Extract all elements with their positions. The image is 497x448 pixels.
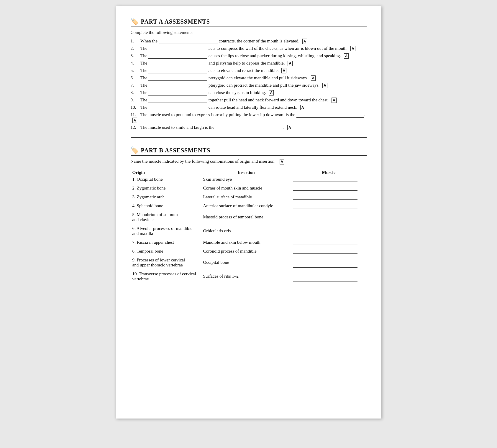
muscle-line-7 [293, 245, 358, 245]
blank-7 [148, 83, 207, 88]
answer-icon-11: A [132, 118, 137, 123]
blank-10 [148, 105, 207, 110]
stmt-num-8: 8. [131, 90, 140, 95]
origin-num-1: 1. [132, 177, 137, 182]
stmt-text-12: The muscle used to smile and laugh is th… [140, 125, 216, 130]
statement-7: 7. The pterygoid can protract the mandib… [131, 83, 367, 88]
blank-11 [296, 112, 364, 118]
muscle-line-10 [293, 281, 358, 281]
origin-3: 3. Zygomatic arch [131, 194, 201, 202]
origin-num-5: 5. [132, 212, 137, 217]
muscle-6 [291, 225, 367, 239]
stmt-prefix-2: The [140, 46, 149, 51]
table-row: 2. Zygomatic bone Corner of mouth skin a… [131, 185, 367, 194]
stmt-prefix-6: The [140, 75, 149, 80]
stmt-num-5: 5. [131, 68, 140, 73]
muscle-line-6 [293, 236, 358, 236]
stmt-num-7: 7. [131, 83, 140, 88]
origin-7: 7. Fascia in upper chest [131, 239, 201, 248]
stmt-suffix-3: causes the lips to close and pucker duri… [207, 53, 342, 58]
insertion-7: Mandible and skin below mouth [201, 239, 291, 248]
stmt-suffix-5: acts to elevate and retract the mandible… [207, 68, 280, 73]
part-b-intro: Name the muscle indicated by the followi… [131, 159, 367, 164]
blank-5 [148, 68, 207, 73]
origin-5: 5. Manubrium of sternumand clavicle [131, 211, 201, 225]
stmt-prefix-9: The [140, 98, 149, 103]
muscle-header: Muscle [291, 169, 367, 176]
muscle-line-2 [293, 190, 358, 191]
divider [131, 137, 367, 138]
stmt-suffix-7: pterygoid can protract the mandible and … [207, 83, 321, 88]
statement-3: 3. The causes the lips to close and puck… [131, 53, 367, 59]
page: 🏷️ PART A ASSESSMENTS Complete the follo… [116, 6, 381, 419]
statements-list: 1. When the contracts, the corner of the… [131, 39, 367, 130]
origin-2: 2. Zygomatic bone [131, 185, 201, 194]
part-a-header: 🏷️ PART A ASSESSMENTS [131, 18, 367, 27]
origin-10: 10. Transverse processes of cervicalvert… [131, 271, 201, 284]
statement-8: 8. The can close the eye, as in blinking… [131, 90, 367, 95]
statement-12: 12. The muscle used to smile and laugh i… [131, 125, 367, 130]
stmt-num-12: 12. [131, 125, 140, 130]
stmt-num-6: 6. [131, 75, 140, 80]
muscle-line-8 [293, 253, 358, 254]
table-row: 5. Manubrium of sternumand clavicle Mast… [131, 211, 367, 225]
statement-6: 6. The pterygoid can elevate the mandibl… [131, 75, 367, 81]
muscle-7 [291, 239, 367, 248]
muscle-2 [291, 185, 367, 194]
insertion-5: Mastoid process of temporal bone [201, 211, 291, 225]
answer-icon-5: A [281, 68, 286, 73]
stmt-prefix-5: The [140, 68, 149, 73]
muscle-4 [291, 202, 367, 211]
answer-icon-1: A [302, 39, 307, 44]
origin-4: 4. Sphenoid bone [131, 202, 201, 211]
part-a-title: PART A ASSESSMENTS [141, 18, 210, 25]
table-row: 8. Temporal bone Coronoid process of man… [131, 248, 367, 257]
statement-4: 4. The and platysma help to depress the … [131, 61, 367, 66]
insertion-8: Coronoid process of mandible [201, 248, 291, 257]
muscle-line-4 [293, 208, 358, 208]
muscle-line-5 [293, 222, 358, 222]
blank-6 [148, 75, 207, 81]
muscle-1 [291, 176, 367, 185]
stmt-suffix-8: can close the eye, as in blinking. [207, 90, 267, 95]
stmt-prefix-7: The [140, 83, 149, 88]
table-row: 3. Zygomatic arch Lateral surface of man… [131, 194, 367, 202]
blank-1 [159, 39, 218, 44]
part-b-section: 🏷️ PART B ASSESSMENTS Name the muscle in… [131, 146, 367, 284]
origin-num-6: 6. [132, 226, 137, 231]
stmt-period-11: . [364, 112, 367, 117]
muscle-8 [291, 248, 367, 257]
stmt-num-10: 10. [131, 105, 140, 110]
part-b-icon-a: A [280, 159, 285, 164]
insertion-header: Insertion [201, 169, 291, 176]
part-b-icon: 🏷️ [131, 146, 139, 154]
origin-header: Origin [131, 169, 201, 176]
stmt-num-9: 9. [131, 98, 140, 103]
origin-num-9: 9. [132, 258, 137, 262]
insertion-4: Anterior surface of mandibular condyle [201, 202, 291, 211]
stmt-suffix-1: contracts, the corner of the mouth is el… [218, 39, 301, 44]
blank-8 [148, 90, 207, 95]
stmt-num-3: 3. [131, 53, 140, 58]
insertion-2: Corner of mouth skin and muscle [201, 185, 291, 194]
statement-2: 2. The acts to compress the wall of the … [131, 46, 367, 51]
stmt-suffix-10: can rotate head and laterally flex and e… [207, 105, 298, 110]
origin-1: 1. Occipital bone [131, 176, 201, 185]
blank-12 [216, 125, 283, 130]
stmt-text-11: The muscle used to pout and to express h… [140, 112, 296, 117]
statement-9: 9. The together pull the head and neck f… [131, 98, 367, 103]
stmt-suffix-4: and platysma help to depress the mandibl… [207, 61, 286, 66]
origin-8: 8. Temporal bone [131, 248, 201, 257]
muscle-9 [291, 257, 367, 271]
statement-11: 11. The muscle used to pout and to expre… [131, 112, 367, 123]
origin-num-4: 4. [132, 203, 137, 208]
insertion-1: Skin around eye [201, 176, 291, 185]
answer-icon-12: A [287, 125, 292, 130]
stmt-suffix-6: pterygoid can elevate the mandible and p… [207, 75, 309, 80]
table-body: 1. Occipital bone Skin around eye 2. Zyg… [131, 176, 367, 284]
insertion-6: Orbicularis oris [201, 225, 291, 239]
statement-1: 1. When the contracts, the corner of the… [131, 39, 367, 44]
blank-9 [148, 98, 207, 103]
stmt-prefix-8: The [140, 90, 149, 95]
stmt-num-1: 1. [131, 39, 140, 44]
